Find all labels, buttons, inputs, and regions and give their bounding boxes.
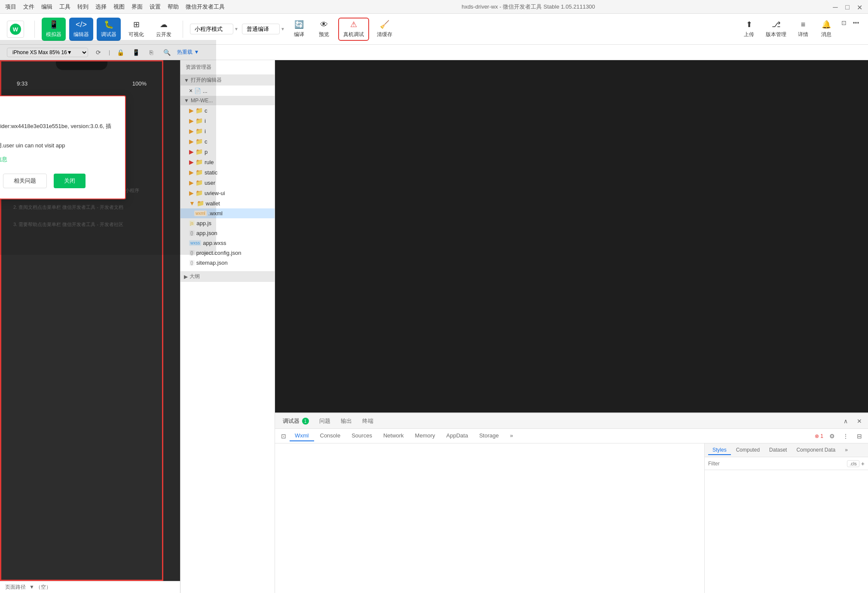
file-sitemap[interactable]: {} sitemap.json [180, 258, 275, 268]
layout-toggle-button[interactable]: ⊡ [839, 18, 849, 28]
tab-memory[interactable]: Memory [410, 431, 440, 441]
editor-area[interactable] [275, 60, 868, 413]
message-button[interactable]: 🔔 消息 [816, 18, 837, 41]
title-bar: 项目 文件 编辑 工具 转到 选择 视图 界面 设置 帮助 微信开发者工具 hx… [0, 0, 868, 14]
message-icon: 🔔 [822, 20, 831, 29]
window-controls[interactable]: ─ □ ✕ [832, 3, 863, 10]
menu-item-settings[interactable]: 设置 [150, 3, 161, 11]
page-path-label: 页面路径 [5, 584, 26, 591]
tab-sources[interactable]: Sources [346, 431, 377, 441]
tab-terminal[interactable]: 终端 [358, 416, 378, 427]
real-debug-icon: ⚠ [349, 20, 358, 29]
inspect-element-button[interactable]: ⊡ [278, 431, 289, 441]
tab-dataset[interactable]: Dataset [765, 446, 791, 455]
tab-more[interactable]: » [505, 431, 518, 441]
devtools-inner-right: ⊗ 1 ⚙ ⋮ ⊟ [815, 431, 865, 441]
cloud-button[interactable]: ☁ 云开发 [152, 18, 176, 41]
phone-panel: 9:33 100% </> 微信开发者工具 欢迎使用微信开发者工具 通过这工具，… [0, 60, 180, 593]
devtools-more-button[interactable]: ⋮ [840, 431, 851, 441]
filter-input[interactable] [708, 461, 845, 467]
wxml-tree-content[interactable] [275, 443, 704, 593]
upload-button[interactable]: ⬆ 上传 [738, 18, 760, 41]
menu-item-edit[interactable]: 编辑 [41, 3, 52, 11]
menu-item-wechat[interactable]: 微信开发者工具 [186, 3, 225, 11]
tab-storage[interactable]: Storage [474, 431, 504, 441]
svg-text:W: W [13, 26, 18, 33]
devtools-panel: 调试器 1 问题 输出 终端 ∧ ✕ ⊡ Wxml Console Source… [275, 413, 868, 593]
version-button[interactable]: ⎇ 版本管理 [761, 18, 791, 41]
tab-network[interactable]: Network [378, 431, 409, 441]
close-dialog-button[interactable]: 关闭 [54, 174, 86, 188]
devtools-tabs-bar: 调试器 1 问题 输出 终端 ∧ ✕ [275, 413, 868, 429]
menu-item-interface[interactable]: 界面 [131, 3, 143, 11]
outline-section[interactable]: ▶ 大纲 [180, 271, 275, 282]
related-issues-button[interactable]: 相关问题 [3, 174, 47, 188]
debugger-button[interactable]: 🐛 调试器 [97, 18, 121, 41]
tab-component-data[interactable]: Component Data [792, 446, 840, 455]
tab-console[interactable]: Console [315, 431, 346, 441]
compile-dropdown[interactable]: 普通编译 [242, 24, 280, 34]
compile-button[interactable]: 🔄 编译 [288, 18, 310, 41]
preview-button[interactable]: 👁 预览 [313, 18, 335, 41]
editor-icon: </> [76, 20, 86, 29]
maximize-button[interactable]: □ [844, 3, 851, 10]
tab-more-styles[interactable]: » [840, 446, 852, 455]
devtools-tabs-left: 调试器 1 问题 输出 终端 [278, 416, 378, 427]
json-file-icon-3: {} [189, 260, 195, 266]
devtools-styles-panel: Styles Computed Dataset Component Data »… [705, 443, 868, 593]
tab-styles[interactable]: Styles [708, 446, 731, 455]
toolbar-right: ⬆ 上传 ⎇ 版本管理 ≡ 详情 🔔 消息 ⊡ ••• [738, 18, 861, 41]
styles-content[interactable] [705, 470, 868, 593]
add-style-button[interactable]: + [861, 460, 865, 467]
editor-button[interactable]: </> 编辑器 [69, 18, 93, 41]
menu-item-view[interactable]: 视图 [113, 3, 125, 11]
menu-item-goto[interactable]: 转到 [77, 3, 89, 11]
mode-chevron-icon: ▼ [234, 27, 238, 31]
menu-bar[interactable]: 项目 文件 编辑 工具 转到 选择 视图 界面 设置 帮助 微信开发者工具 [5, 3, 225, 11]
menu-item-select[interactable]: 选择 [95, 3, 107, 11]
clear-cache-icon: 🧹 [380, 20, 389, 29]
cls-button[interactable]: .cls [847, 460, 859, 467]
devtools-content: Styles Computed Dataset Component Data »… [275, 443, 868, 593]
menu-item-project[interactable]: 项目 [5, 3, 16, 11]
close-button[interactable]: ✕ [856, 3, 863, 10]
menu-item-file[interactable]: 文件 [23, 3, 34, 11]
outline-icon: ▶ [184, 274, 188, 280]
detail-button[interactable]: ≡ 详情 [792, 18, 814, 41]
styles-tabs: Styles Computed Dataset Component Data » [705, 443, 868, 457]
compile-chevron-icon: ▼ [281, 27, 285, 31]
more-options-button[interactable]: ••• [851, 18, 861, 28]
simulator-icon: 📱 [49, 20, 58, 29]
tab-appdata[interactable]: AppData [441, 431, 474, 441]
mode-selector[interactable]: 小程序模式 ▼ [190, 24, 238, 34]
cloud-icon: ☁ [159, 20, 168, 29]
devtools-settings-button[interactable]: ⚙ [827, 431, 837, 441]
detail-icon: ≡ [798, 20, 808, 29]
right-panel: 调试器 1 问题 输出 终端 ∧ ✕ ⊡ Wxml Console Source… [275, 60, 868, 593]
phone-border: 9:33 100% </> 微信开发者工具 欢迎使用微信开发者工具 通过这工具，… [0, 60, 163, 581]
menu-item-tools[interactable]: 工具 [59, 3, 70, 11]
menu-item-help[interactable]: 帮助 [168, 3, 179, 11]
devtools-undock-button[interactable]: ⊟ [854, 431, 865, 441]
tab-wxml[interactable]: Wxml [290, 431, 314, 441]
clear-cache-button[interactable]: 🧹 清缓存 [373, 18, 397, 41]
tab-output[interactable]: 输出 [336, 416, 356, 427]
tab-debugger[interactable]: 调试器 1 [278, 416, 313, 427]
devtools-close-button[interactable]: ✕ [854, 416, 865, 426]
tab-issues[interactable]: 问题 [315, 416, 335, 427]
real-debug-button[interactable]: ⚠ 真机调试 [338, 18, 369, 41]
visualize-button[interactable]: ⊞ 可视化 [124, 18, 148, 41]
devtools-tabs-right: ∧ ✕ [840, 416, 865, 426]
visualize-icon: ⊞ [131, 20, 141, 29]
compile-icon: 🔄 [294, 20, 304, 29]
mode-dropdown[interactable]: 小程序模式 [190, 24, 233, 34]
page-path-bar: 页面路径 ▼ （空） [0, 581, 180, 593]
devtools-expand-button[interactable]: ∧ [840, 416, 851, 426]
app-logo: W [7, 21, 24, 38]
simulator-button[interactable]: 📱 模拟器 [42, 18, 66, 41]
copy-error-link[interactable]: 复制错误信息 [0, 156, 7, 162]
minimize-button[interactable]: ─ [832, 3, 839, 10]
window-title: hxds-driver-wx - 微信开发者工具 Stable 1.05.211… [462, 3, 595, 11]
compile-selector[interactable]: 普通编译 ▼ [242, 24, 285, 34]
tab-computed[interactable]: Computed [732, 446, 764, 455]
